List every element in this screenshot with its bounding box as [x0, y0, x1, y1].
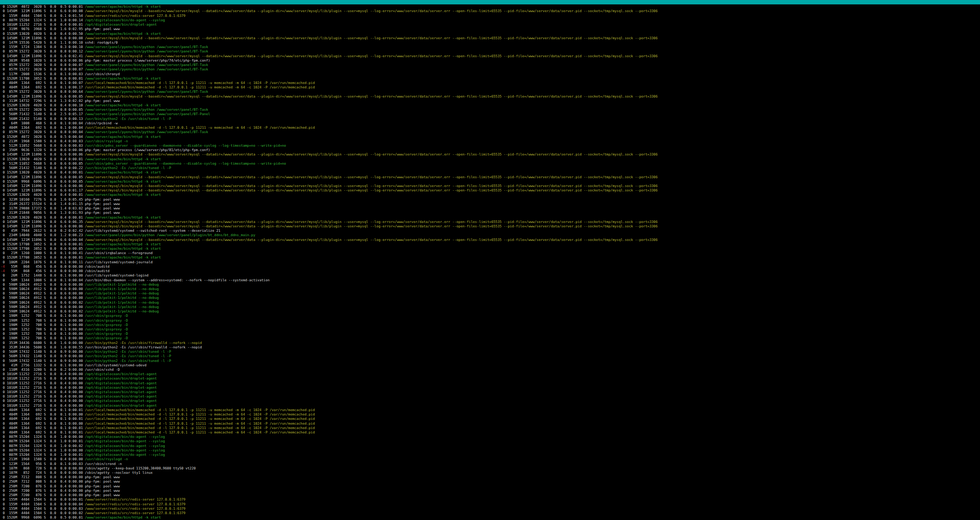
process-row[interactable]: 058M13441008S0.00.10:00.04/usr/bin/dbus-… — [0, 278, 980, 282]
process-row[interactable]: 01450M121M11896S0.06.60:00.05/www/server… — [0, 175, 980, 179]
process-row[interactable]: 01016M112522716S0.00.40:00.00/opt/digita… — [0, 385, 980, 390]
process-row[interactable]: 0314M2637215524S0.01.40:01.15php-fpm: po… — [0, 202, 980, 206]
process-row[interactable]: 01016M112522716S0.00.40:00.00/opt/digita… — [0, 381, 980, 385]
process-row[interactable]: 0512M110525668S0.00.60:00.05/usr/sbin/pd… — [0, 161, 980, 166]
process-row[interactable]: 0198M1252708S0.00.10:00.00/usr/sbin/gssp… — [0, 331, 980, 336]
process-row[interactable]: 0155M44041504S0.00.00:00.02/www/server/r… — [0, 511, 980, 515]
process-row[interactable]: 01450M121M11896S0.06.60:01.17/www/server… — [0, 188, 980, 192]
process-row[interactable]: 0598M106244912S0.00.60:00.00/usr/lib/pol… — [0, 305, 980, 309]
process-row[interactable]: 01450M121M11896S0.06.60:00.06/www/server… — [0, 184, 980, 188]
process-row[interactable]: 01450M121M11896S0.06.60:00.06/www/server… — [0, 224, 980, 229]
process-row[interactable]: 01526M117083852S0.00.60:00.01/www/server… — [0, 76, 980, 81]
process-row[interactable]: 064M1008468S0.00.10:00.04/sbin/rpcbind -… — [0, 121, 980, 126]
process-row[interactable]: 0857M152723020S0.00.80:00.12/www/server/… — [0, 49, 980, 54]
process-row[interactable]: 0198M1252708S0.00.10:00.00/usr/sbin/gssp… — [0, 327, 980, 331]
process-row[interactable]: 01526M99686096S0.00.50:00.01/www/server/… — [0, 515, 980, 520]
process-row[interactable]: 01450M121M11896S0.06.60:00.08/www/server… — [0, 36, 980, 40]
process-row[interactable]: 021M12601000S0.00.10:00.41/usr/sbin/irqb… — [0, 251, 980, 255]
process-row[interactable]: 0807M152041324S0.01.00:00.01/opt/digital… — [0, 453, 980, 457]
process-row[interactable]: 01450M121M11896S0.06.60:06.35/www/server… — [0, 219, 980, 224]
process-row[interactable]: 01016M112522716S0.00.40:00.00/opt/digita… — [0, 376, 980, 381]
process-row[interactable]: 0107M852724S0.00.00:00.00/sbin/agetty --… — [0, 471, 980, 475]
process-row[interactable]: 01450M121M11896S0.06.60:02.41/www/server… — [0, 54, 980, 58]
process-row[interactable]: 0807M152041324S0.01.00:00.02/opt/digital… — [0, 444, 980, 448]
process-row[interactable]: 01526M40723020S0.00.50:00.01/www/server/… — [0, 5, 980, 9]
process-row[interactable]: 0857M152723020S0.00.80:00.04/www/server/… — [0, 130, 980, 134]
process-row[interactable]: 0512M110525668S0.00.60:00.03/usr/sbin/pd… — [0, 143, 980, 148]
process-row[interactable]: 0258M7200876S0.00.40:00.00php-fpm: pool … — [0, 484, 980, 488]
process-row[interactable]: -455M868456S0.00.00:00.00/sbin/auditd — [0, 264, 980, 269]
process-row[interactable]: 0256M7212808S0.00.40:00.00php-fpm: pool … — [0, 479, 980, 484]
process-row[interactable]: -455M868456S0.00.00:00.00/sbin/auditd — [0, 269, 980, 273]
process-row[interactable]: 01016M112522716S0.00.40:00.00/opt/digita… — [0, 394, 980, 399]
process-row[interactable]: 0568M214325140S0.00.90:00.13/usr/bin/pyt… — [0, 117, 980, 121]
process-row[interactable]: 01526M130204020S0.00.40:00.01/www/server… — [0, 157, 980, 161]
process-row[interactable]: 0857M152723020S0.00.80:00.05/www/server/… — [0, 107, 980, 112]
process-row[interactable]: 0568M174321140S0.00.90:00.00/usr/bin/pyt… — [0, 359, 980, 363]
process-row[interactable]: 0598M106244912S0.00.60:00.00/usr/lib/pol… — [0, 287, 980, 291]
process-row[interactable]: 0155M44041504S0.00.00:00.01/www/server/r… — [0, 497, 980, 502]
process-row[interactable]: 01016M112522716S0.00.40:00.00/opt/digita… — [0, 403, 980, 408]
process-row[interactable]: 01526M130204020S0.00.40:00.01/www/server… — [0, 215, 980, 219]
process-row[interactable]: 01016M112522716S0.00.40:00.00/opt/digita… — [0, 390, 980, 394]
process-row[interactable]: 0123M1564956S0.00.10:00.03/usr/sbin/cron… — [0, 462, 980, 466]
process-row[interactable]: 0317M2988817372S0.01.40:03.02php-fpm: po… — [0, 206, 980, 210]
process-row[interactable]: 0110M43163280S0.00.20:00.00/usr/sbin/ssh… — [0, 367, 980, 372]
process-row[interactable]: 0807M152041324S0.01.00:00.00/opt/digital… — [0, 434, 980, 439]
process-row[interactable]: 0857M152723020S0.00.80:00.07/www/server/… — [0, 63, 980, 67]
process-row[interactable]: 0258M7212808S0.00.40:00.00php-fpm: pool … — [0, 475, 980, 479]
process-row[interactable]: 0404M1364692S0.00.10:00.01/usr/local/mem… — [0, 408, 980, 412]
process-row[interactable]: 0234M140404040S0.01.20:08.23/www/server/… — [0, 233, 980, 237]
process-row[interactable]: 01016M112522716S0.00.40:00.00/opt/digita… — [0, 399, 980, 403]
process-row[interactable]: 026M17521448S0.00.10:00.00/usr/lib/syste… — [0, 273, 980, 278]
process-row[interactable]: 01450M121M11896S0.06.60:00.06/www/server… — [0, 152, 980, 157]
process-row[interactable]: 01450M121M11896S0.06.60:00.04/www/server… — [0, 238, 980, 242]
process-row[interactable]: 0568M174321140S0.00.90:00.00/usr/bin/pyt… — [0, 354, 980, 358]
process-row[interactable]: 041M27561332S0.00.10:00.00/usr/lib/syste… — [0, 363, 980, 367]
process-row[interactable]: 0213M19681588S0.00.40:00.00/usr/sbin/rsy… — [0, 457, 980, 461]
process-row[interactable]: 01526M40723020S0.00.50:00.04/www/server/… — [0, 135, 980, 139]
process-row[interactable]: 01450M121M11896S0.06.60:00.05/www/server… — [0, 94, 980, 99]
process-row[interactable]: 0256M7200876S0.00.40:00.00php-fpm: pool … — [0, 488, 980, 493]
process-row[interactable]: 0807M152041324S0.01.00:00.00/opt/digital… — [0, 448, 980, 453]
process-row[interactable]: 01526M130204020S0.00.40:00.10/www/server… — [0, 103, 980, 107]
process-row[interactable]: 0353M344365600S0.01.60:00.55/usr/bin/pyt… — [0, 345, 980, 350]
process-row[interactable]: 0313M147327296S0.01.30:02.02php-fpm: poo… — [0, 99, 980, 103]
process-row[interactable]: 0404M1364692S0.00.10:00.04/usr/local/mem… — [0, 126, 980, 130]
process-row[interactable]: 01526M130204020S0.00.40:00.01/www/server… — [0, 170, 980, 175]
process-row[interactable]: 01526M99686096S0.00.60:00.05/www/server/… — [0, 179, 980, 184]
process-row[interactable]: 0155M44041504S0.00.00:00.03/www/server/r… — [0, 506, 980, 511]
process-row[interactable]: 0353M344366600S0.01.60:00.00/usr/bin/pyt… — [0, 341, 980, 345]
process-row[interactable]: 0807M152041324S0.01.00:00.14/opt/digital… — [0, 18, 980, 22]
process-row[interactable]: 0404M1364692S0.00.10:00.01/usr/local/mem… — [0, 426, 980, 430]
process-row[interactable]: 0323M101607276S0.01.60:05.45php-fpm: poo… — [0, 197, 980, 202]
process-row[interactable]: 0106M22041876S0.00.10:00.11/usr/lib/syst… — [0, 260, 980, 264]
process-row[interactable]: 0258M7200876S0.00.40:00.00php-fpm: pool … — [0, 493, 980, 497]
process-row[interactable]: 0598M106244912S0.00.60:00.02/usr/lib/pol… — [0, 309, 980, 313]
process-row[interactable]: 0568M174321140S0.00.90:00.00/usr/bin/pyt… — [0, 350, 980, 354]
process-row[interactable]: 01526M130204020S0.00.40:00.50/www/server… — [0, 32, 980, 36]
process-row[interactable]: 01016M112522716S0.00.40:00.01/opt/digita… — [0, 22, 980, 27]
process-row[interactable]: 0404M1364692S0.00.10:00.00/usr/local/mem… — [0, 421, 980, 426]
process-row[interactable]: 0404M1364692S0.00.10:00.00/usr/local/mem… — [0, 412, 980, 417]
process-row[interactable]: 0198M1252708S0.00.10:00.00/usr/sbin/gssp… — [0, 336, 980, 340]
process-row[interactable]: 0598M106244912S0.00.60:00.00/usr/lib/pol… — [0, 282, 980, 287]
process-row[interactable]: 0404M1364692S0.00.10:00.17/usr/local/mem… — [0, 85, 980, 89]
process-row[interactable]: 0155M44041504S0.00.00:00.04/www/server/r… — [0, 502, 980, 506]
process-row[interactable]: 0313M218489056S0.01.30:01.93php-fpm: poo… — [0, 210, 980, 215]
process-row[interactable]: 01450M121M11896S0.06.60:00.08/www/server… — [0, 9, 980, 13]
process-row[interactable]: 0198M1252708S0.00.10:00.00/usr/sbin/gssp… — [0, 318, 980, 323]
process-row[interactable]: 0807M152041324S0.01.00:00.01/opt/digital… — [0, 439, 980, 444]
process-row[interactable]: 0155M44041504S0.00.10:01.54/www/server/r… — [0, 14, 980, 18]
process-row[interactable]: 0404M1364692S0.00.10:00.01/usr/local/mem… — [0, 417, 980, 421]
process-row[interactable]: 0356M96361320S0.00.60:00.06php-fpm: mast… — [0, 148, 980, 152]
process-row[interactable]: 01526M177083852S0.00.60:00.01/www/server… — [0, 242, 980, 246]
process-row[interactable]: 0857M152723020S0.00.80:00.64/www/server/… — [0, 89, 980, 94]
process-row[interactable]: 0213M19681588S0.00.40:00.03/usr/sbin/rsy… — [0, 139, 980, 143]
process-row[interactable]: 0568M214325140S0.00.90:00.22/usr/bin/pyt… — [0, 166, 980, 170]
process-row[interactable]: 0147M155365420S0.01.10:00.10sshd: root@p… — [0, 40, 980, 45]
process-row[interactable]: 0198M1252708S0.00.10:00.00/usr/sbin/gssp… — [0, 323, 980, 327]
process-row[interactable]: 0568M714325140S0.02.50:05.17/www/server/… — [0, 112, 980, 116]
process-row[interactable]: 01526M177083852S0.00.60:00.05/www/server… — [0, 246, 980, 251]
process-row[interactable]: 0155M17241384S0.00.30:00.10/www/server/p… — [0, 45, 980, 49]
